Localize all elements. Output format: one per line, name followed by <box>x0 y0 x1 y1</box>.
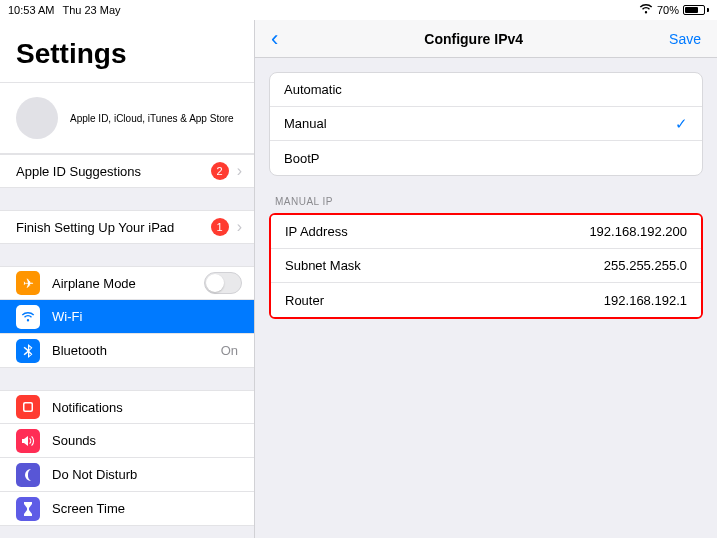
row-label: Apple ID Suggestions <box>16 164 211 179</box>
row-label: Bluetooth <box>52 343 221 358</box>
hourglass-icon <box>16 497 40 521</box>
field-label: Subnet Mask <box>285 258 604 273</box>
manual-ip-section-label: MANUAL IP <box>269 196 703 213</box>
screentime-row[interactable]: Screen Time <box>0 492 254 526</box>
back-button[interactable]: ‹ <box>271 26 278 52</box>
dnd-row[interactable]: Do Not Disturb <box>0 458 254 492</box>
field-label: Router <box>285 293 604 308</box>
wifi-row[interactable]: Wi-Fi <box>0 300 254 334</box>
bluetooth-row[interactable]: Bluetooth On <box>0 334 254 368</box>
sounds-row[interactable]: Sounds <box>0 424 254 458</box>
ipv4-mode-group: Automatic Manual ✓ BootP <box>269 72 703 176</box>
apple-id-suggestions-row[interactable]: Apple ID Suggestions 2 › <box>0 154 254 188</box>
wifi-icon <box>639 4 653 16</box>
manual-ip-highlight: IP Address 192.168.192.200 Subnet Mask 2… <box>269 213 703 319</box>
manual-ip-group: IP Address 192.168.192.200 Subnet Mask 2… <box>271 215 701 317</box>
row-label: Screen Time <box>52 501 242 516</box>
badge: 1 <box>211 218 229 236</box>
airplane-icon: ✈ <box>16 271 40 295</box>
bluetooth-icon <box>16 339 40 363</box>
chevron-right-icon: › <box>237 162 242 180</box>
row-label: Airplane Mode <box>52 276 204 291</box>
settings-title: Settings <box>0 20 254 82</box>
sounds-icon <box>16 429 40 453</box>
option-bootp[interactable]: BootP <box>270 141 702 175</box>
finish-setup-row[interactable]: Finish Setting Up Your iPad 1 › <box>0 210 254 244</box>
battery-pct: 70% <box>657 4 679 16</box>
router-row[interactable]: Router 192.168.192.1 <box>271 283 701 317</box>
detail-navbar: ‹ Configure IPv4 Save <box>255 20 717 58</box>
status-date: Thu 23 May <box>62 4 120 16</box>
row-label: Sounds <box>52 433 242 448</box>
checkmark-icon: ✓ <box>675 115 688 133</box>
field-label: IP Address <box>285 224 589 239</box>
option-label: Manual <box>284 116 675 131</box>
subnet-mask-row[interactable]: Subnet Mask 255.255.255.0 <box>271 249 701 283</box>
battery-icon <box>683 5 709 15</box>
wifi-icon <box>16 305 40 329</box>
profile-subtitle: Apple ID, iCloud, iTunes & App Store <box>70 113 234 124</box>
chevron-right-icon: › <box>237 218 242 236</box>
status-bar: 10:53 AM Thu 23 May 70% <box>0 0 717 20</box>
option-automatic[interactable]: Automatic <box>270 73 702 107</box>
moon-icon <box>16 463 40 487</box>
field-value: 192.168.192.200 <box>589 224 687 239</box>
settings-sidebar: Settings Apple ID, iCloud, iTunes & App … <box>0 20 255 538</box>
notifications-row[interactable]: Notifications <box>0 390 254 424</box>
field-value: 255.255.255.0 <box>604 258 687 273</box>
row-label: Do Not Disturb <box>52 467 242 482</box>
option-label: Automatic <box>284 82 688 97</box>
avatar <box>16 97 58 139</box>
svg-rect-1 <box>25 404 32 411</box>
bluetooth-state: On <box>221 343 238 358</box>
row-label: Finish Setting Up Your iPad <box>16 220 211 235</box>
save-button[interactable]: Save <box>669 31 701 47</box>
airplane-mode-row[interactable]: ✈ Airplane Mode <box>0 266 254 300</box>
badge: 2 <box>211 162 229 180</box>
ip-address-row[interactable]: IP Address 192.168.192.200 <box>271 215 701 249</box>
option-manual[interactable]: Manual ✓ <box>270 107 702 141</box>
airplane-toggle[interactable] <box>204 272 242 294</box>
detail-title: Configure IPv4 <box>424 31 523 47</box>
notifications-icon <box>16 395 40 419</box>
detail-pane: ‹ Configure IPv4 Save Automatic Manual ✓… <box>255 20 717 538</box>
field-value: 192.168.192.1 <box>604 293 687 308</box>
option-label: BootP <box>284 151 688 166</box>
row-label: Wi-Fi <box>52 309 242 324</box>
profile-row[interactable]: Apple ID, iCloud, iTunes & App Store <box>0 82 254 154</box>
status-time: 10:53 AM <box>8 4 54 16</box>
row-label: Notifications <box>52 400 242 415</box>
